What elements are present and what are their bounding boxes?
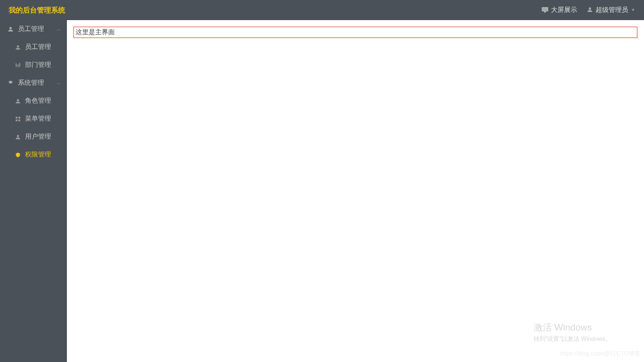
grid-icon (15, 116, 21, 122)
svg-point-14 (17, 135, 19, 137)
menu-item-label: 权限管理 (25, 150, 51, 159)
menu-item-permission[interactable]: 权限管理 (0, 146, 67, 164)
menu-item-label: 用户管理 (25, 132, 51, 141)
layout: 员工管理 ︿ 员工管理 部门管理 系统管理 ︿ 角色管理 (0, 20, 644, 362)
bigscreen-label: 大屏展示 (551, 5, 577, 15)
svg-rect-13 (18, 119, 20, 121)
menu-item-label: 员工管理 (25, 42, 51, 52)
chevron-up-icon: ︿ (56, 80, 61, 85)
menu-item-role[interactable]: 角色管理 (0, 92, 67, 110)
menu-item-employee[interactable]: 员工管理 (0, 38, 67, 56)
svg-rect-1 (544, 11, 546, 13)
main-text: 这里是主界面 (76, 28, 115, 36)
person-icon (15, 45, 21, 50)
chevron-down-icon: ▼ (631, 8, 635, 13)
gear-icon (8, 80, 14, 86)
svg-rect-6 (17, 64, 18, 67)
watermark-subtitle: 转到"设置"以激活 Windows。 (534, 335, 612, 343)
svg-rect-5 (16, 63, 17, 67)
user-icon (587, 7, 593, 14)
menu-group-system[interactable]: 系统管理 ︿ (0, 74, 67, 92)
bars-icon (15, 63, 21, 68)
person-icon (15, 98, 21, 104)
user-label: 超级管理员 (596, 5, 628, 15)
menu-group-label: 员工管理 (18, 24, 44, 34)
user-icon (8, 26, 14, 32)
menu-item-label: 部门管理 (25, 60, 51, 70)
svg-rect-7 (20, 63, 21, 67)
svg-rect-11 (18, 116, 20, 118)
menu-item-label: 菜单管理 (25, 114, 51, 123)
bigscreen-button[interactable]: 大屏展示 (542, 5, 577, 15)
user-menu[interactable]: 超级管理员 ▼ (587, 5, 635, 15)
svg-point-9 (17, 99, 19, 101)
menu-item-department[interactable]: 部门管理 (0, 56, 67, 74)
content-area: 这里是主界面 (67, 20, 644, 362)
header: 我的后台管理系统 大屏展示 超级管理员 ▼ (0, 0, 644, 20)
svg-point-2 (589, 7, 591, 10)
person-icon (15, 134, 21, 140)
monitor-icon (542, 7, 548, 14)
windows-watermark: 激活 Windows 转到"设置"以激活 Windows。 (534, 321, 612, 343)
header-right: 大屏展示 超级管理员 ▼ (542, 5, 635, 15)
menu-item-menu[interactable]: 菜单管理 (0, 110, 67, 128)
svg-point-4 (17, 45, 19, 47)
sidebar: 员工管理 ︿ 员工管理 部门管理 系统管理 ︿ 角色管理 (0, 20, 67, 362)
svg-rect-12 (16, 119, 17, 121)
menu-item-user[interactable]: 用户管理 (0, 128, 67, 146)
main-content-box: 这里是主界面 (73, 27, 637, 38)
svg-rect-0 (542, 7, 548, 11)
menu-item-label: 角色管理 (25, 96, 51, 105)
blog-watermark: https://blog.csdn@51CTO博客 (560, 349, 641, 358)
chevron-up-icon: ︿ (56, 27, 61, 31)
shield-icon (15, 152, 21, 158)
menu-group-label: 系统管理 (18, 78, 44, 88)
watermark-title: 激活 Windows (534, 321, 612, 334)
svg-rect-10 (16, 116, 17, 118)
menu-group-employee[interactable]: 员工管理 ︿ (0, 20, 67, 38)
svg-point-3 (9, 27, 12, 29)
app-title: 我的后台管理系统 (9, 5, 65, 15)
